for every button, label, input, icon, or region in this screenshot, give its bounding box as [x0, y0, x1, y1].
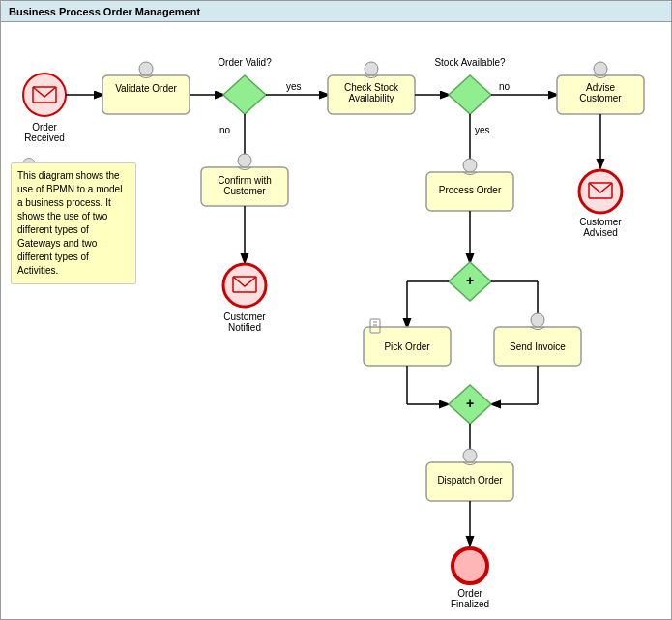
send-invoice-label: Send Invoice — [510, 341, 566, 352]
customer-advised-event — [579, 170, 622, 213]
yes1-label: yes — [286, 81, 302, 92]
customer-advised-label: Customer — [579, 217, 622, 227]
svg-point-23 — [531, 313, 544, 327]
order-finalized-label: Order — [457, 588, 482, 599]
pick-order-label: Pick Order — [384, 341, 430, 352]
order-received-label: Order — [32, 122, 57, 133]
svg-text:Advised: Advised — [583, 227, 618, 238]
yes2-label: yes — [475, 125, 490, 135]
process-order-label: Process Order — [439, 185, 502, 195]
order-valid-gateway — [223, 75, 266, 114]
main-window: Business Process Order Management This d… — [0, 0, 672, 620]
dispatch-order-label: Dispatch Order — [437, 475, 503, 486]
svg-point-3 — [365, 62, 378, 75]
validate-order-task — [102, 75, 190, 114]
svg-point-27 — [463, 449, 477, 462]
svg-text:Customer: Customer — [223, 186, 266, 196]
svg-point-6 — [594, 62, 607, 75]
validate-order-label: Validate Order — [115, 83, 177, 94]
customer-notified-label: Customer — [223, 311, 266, 322]
title-bar: Business Process Order Management — [1, 1, 671, 22]
svg-text:Confirm with: Confirm with — [218, 175, 272, 186]
no1-label: no — [219, 125, 231, 135]
svg-text:Availability: Availability — [348, 93, 394, 103]
svg-text:+: + — [466, 273, 474, 288]
no2-label: no — [499, 81, 511, 92]
svg-point-16 — [463, 159, 477, 172]
svg-text:Received: Received — [24, 133, 65, 143]
svg-text:Check Stock: Check Stock — [344, 82, 399, 93]
title-text: Business Process Order Management — [9, 6, 200, 17]
svg-text:+: + — [466, 396, 474, 411]
stock-available-gateway — [449, 75, 491, 114]
diagram-area: This diagram shows the use of BPMN to a … — [1, 22, 672, 620]
order-finalized-event — [453, 548, 487, 583]
bpmn-diagram: Order Received Validate Order Order Vali… — [1, 22, 672, 620]
svg-text:Finalized: Finalized — [451, 599, 489, 609]
stock-available-label: Stock Available? — [434, 57, 506, 68]
svg-point-11 — [238, 154, 251, 167]
customer-notified-event — [223, 264, 266, 307]
svg-text:Advise: Advise — [586, 82, 615, 93]
svg-text:Customer: Customer — [579, 93, 622, 103]
order-valid-label: Order Valid? — [218, 57, 272, 68]
svg-text:Notified: Notified — [228, 322, 261, 333]
svg-point-2 — [139, 62, 153, 75]
order-received-event — [23, 74, 66, 116]
